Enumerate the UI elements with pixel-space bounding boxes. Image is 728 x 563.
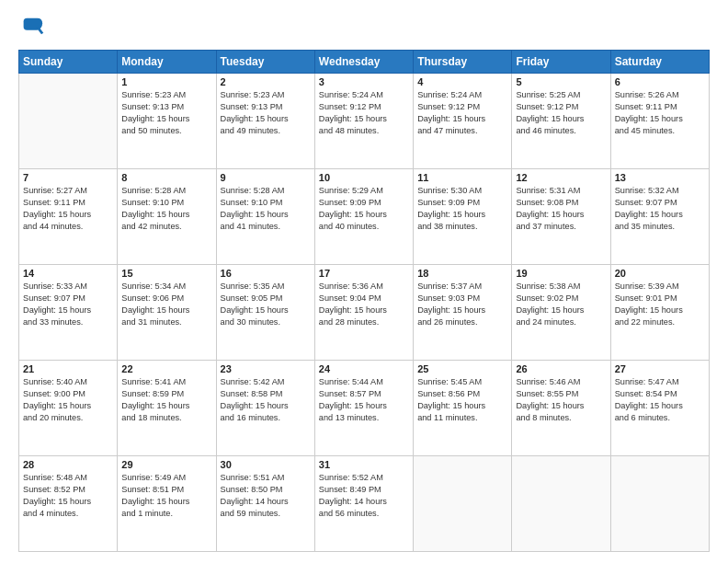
day-info: Sunrise: 5:36 AM Sunset: 9:04 PM Dayligh…: [319, 281, 409, 328]
day-info: Sunrise: 5:24 AM Sunset: 9:12 PM Dayligh…: [417, 89, 507, 137]
day-number: 16: [221, 268, 311, 279]
calendar-week-row: 1Sunrise: 5:23 AM Sunset: 9:13 PM Daylig…: [19, 74, 710, 169]
calendar-cell: 22Sunrise: 5:41 AM Sunset: 8:59 PM Dayli…: [118, 361, 216, 456]
weekday-header-cell: Monday: [118, 51, 216, 74]
calendar-cell: 2Sunrise: 5:23 AM Sunset: 9:13 PM Daylig…: [216, 74, 314, 169]
calendar-cell: 7Sunrise: 5:27 AM Sunset: 9:11 PM Daylig…: [19, 169, 118, 265]
calendar-cell: 20Sunrise: 5:39 AM Sunset: 9:01 PM Dayli…: [610, 265, 709, 361]
day-number: 27: [615, 363, 705, 374]
day-number: 29: [121, 459, 211, 470]
calendar-week-row: 21Sunrise: 5:40 AM Sunset: 9:00 PM Dayli…: [19, 361, 710, 456]
day-info: Sunrise: 5:31 AM Sunset: 9:08 PM Dayligh…: [516, 185, 606, 233]
day-info: Sunrise: 5:39 AM Sunset: 9:01 PM Dayligh…: [615, 281, 705, 328]
day-info: Sunrise: 5:26 AM Sunset: 9:11 PM Dayligh…: [615, 89, 705, 137]
day-info: Sunrise: 5:49 AM Sunset: 8:51 PM Dayligh…: [121, 472, 211, 520]
calendar-week-row: 14Sunrise: 5:33 AM Sunset: 9:07 PM Dayli…: [19, 265, 710, 361]
day-number: 10: [319, 172, 409, 183]
weekday-header-cell: Tuesday: [216, 51, 314, 74]
calendar-cell: 16Sunrise: 5:35 AM Sunset: 9:05 PM Dayli…: [216, 265, 314, 361]
day-number: 23: [221, 363, 311, 374]
day-number: 14: [23, 268, 113, 279]
weekday-header-cell: Thursday: [414, 51, 512, 74]
day-number: 7: [23, 172, 113, 183]
calendar-cell: 17Sunrise: 5:36 AM Sunset: 9:04 PM Dayli…: [314, 265, 413, 361]
day-info: Sunrise: 5:52 AM Sunset: 8:49 PM Dayligh…: [319, 472, 409, 520]
day-info: Sunrise: 5:30 AM Sunset: 9:09 PM Dayligh…: [417, 185, 507, 233]
calendar-cell: 21Sunrise: 5:40 AM Sunset: 9:00 PM Dayli…: [19, 361, 118, 456]
day-info: Sunrise: 5:25 AM Sunset: 9:12 PM Dayligh…: [516, 89, 606, 137]
day-number: 19: [516, 268, 606, 279]
calendar-cell: 27Sunrise: 5:47 AM Sunset: 8:54 PM Dayli…: [610, 361, 709, 456]
calendar-cell: 4Sunrise: 5:24 AM Sunset: 9:12 PM Daylig…: [414, 74, 512, 169]
calendar-cell: 6Sunrise: 5:26 AM Sunset: 9:11 PM Daylig…: [610, 74, 709, 169]
weekday-header-cell: Friday: [512, 51, 610, 74]
day-info: Sunrise: 5:28 AM Sunset: 9:10 PM Dayligh…: [121, 185, 211, 233]
calendar-cell: 15Sunrise: 5:34 AM Sunset: 9:06 PM Dayli…: [118, 265, 216, 361]
day-number: 8: [121, 172, 211, 183]
day-info: Sunrise: 5:32 AM Sunset: 9:07 PM Dayligh…: [615, 185, 705, 233]
day-info: Sunrise: 5:34 AM Sunset: 9:06 PM Dayligh…: [121, 281, 211, 328]
day-number: 26: [516, 363, 606, 374]
calendar-cell: 25Sunrise: 5:45 AM Sunset: 8:56 PM Dayli…: [414, 361, 512, 456]
calendar-cell: 28Sunrise: 5:48 AM Sunset: 8:52 PM Dayli…: [19, 456, 118, 552]
calendar-cell: 18Sunrise: 5:37 AM Sunset: 9:03 PM Dayli…: [414, 265, 512, 361]
day-info: Sunrise: 5:29 AM Sunset: 9:09 PM Dayligh…: [319, 185, 409, 233]
day-number: 20: [615, 268, 705, 279]
calendar-table: SundayMondayTuesdayWednesdayThursdayFrid…: [18, 50, 710, 552]
day-number: 22: [121, 363, 211, 374]
calendar-cell: 29Sunrise: 5:49 AM Sunset: 8:51 PM Dayli…: [118, 456, 216, 552]
calendar-body: 1Sunrise: 5:23 AM Sunset: 9:13 PM Daylig…: [19, 74, 710, 552]
day-number: 18: [417, 268, 507, 279]
logo: [18, 15, 48, 40]
calendar-cell: 5Sunrise: 5:25 AM Sunset: 9:12 PM Daylig…: [512, 74, 610, 169]
calendar-cell: 8Sunrise: 5:28 AM Sunset: 9:10 PM Daylig…: [118, 169, 216, 265]
day-info: Sunrise: 5:27 AM Sunset: 9:11 PM Dayligh…: [23, 185, 113, 233]
calendar-cell: 19Sunrise: 5:38 AM Sunset: 9:02 PM Dayli…: [512, 265, 610, 361]
page: SundayMondayTuesdayWednesdayThursdayFrid…: [0, 0, 728, 563]
calendar-week-row: 28Sunrise: 5:48 AM Sunset: 8:52 PM Dayli…: [19, 456, 710, 552]
calendar-cell: 11Sunrise: 5:30 AM Sunset: 9:09 PM Dayli…: [414, 169, 512, 265]
calendar-cell: 23Sunrise: 5:42 AM Sunset: 8:58 PM Dayli…: [216, 361, 314, 456]
day-number: 9: [221, 172, 311, 183]
day-info: Sunrise: 5:23 AM Sunset: 9:13 PM Dayligh…: [221, 89, 311, 137]
calendar-cell: 31Sunrise: 5:52 AM Sunset: 8:49 PM Dayli…: [314, 456, 413, 552]
weekday-header-cell: Sunday: [19, 51, 118, 74]
day-number: 4: [417, 76, 507, 87]
day-number: 24: [319, 363, 409, 374]
day-number: 13: [615, 172, 705, 183]
day-number: 6: [615, 76, 705, 87]
day-info: Sunrise: 5:37 AM Sunset: 9:03 PM Dayligh…: [417, 281, 507, 328]
calendar-cell: [512, 456, 610, 552]
weekday-header-cell: Saturday: [610, 51, 709, 74]
calendar-cell: 30Sunrise: 5:51 AM Sunset: 8:50 PM Dayli…: [216, 456, 314, 552]
logo-icon: [18, 15, 44, 40]
day-info: Sunrise: 5:44 AM Sunset: 8:57 PM Dayligh…: [319, 376, 409, 424]
calendar-cell: 26Sunrise: 5:46 AM Sunset: 8:55 PM Dayli…: [512, 361, 610, 456]
day-number: 15: [121, 268, 211, 279]
day-number: 30: [221, 459, 311, 470]
day-info: Sunrise: 5:47 AM Sunset: 8:54 PM Dayligh…: [615, 376, 705, 424]
calendar-cell: 14Sunrise: 5:33 AM Sunset: 9:07 PM Dayli…: [19, 265, 118, 361]
day-info: Sunrise: 5:38 AM Sunset: 9:02 PM Dayligh…: [516, 281, 606, 328]
day-number: 21: [23, 363, 113, 374]
day-info: Sunrise: 5:48 AM Sunset: 8:52 PM Dayligh…: [23, 472, 113, 520]
calendar-cell: 24Sunrise: 5:44 AM Sunset: 8:57 PM Dayli…: [314, 361, 413, 456]
calendar-cell: 12Sunrise: 5:31 AM Sunset: 9:08 PM Dayli…: [512, 169, 610, 265]
weekday-header-cell: Wednesday: [314, 51, 413, 74]
day-number: 11: [417, 172, 507, 183]
day-info: Sunrise: 5:42 AM Sunset: 8:58 PM Dayligh…: [221, 376, 311, 424]
day-number: 3: [319, 76, 409, 87]
day-info: Sunrise: 5:23 AM Sunset: 9:13 PM Dayligh…: [121, 89, 211, 137]
day-number: 28: [23, 459, 113, 470]
calendar-cell: 10Sunrise: 5:29 AM Sunset: 9:09 PM Dayli…: [314, 169, 413, 265]
calendar-cell: [414, 456, 512, 552]
day-info: Sunrise: 5:51 AM Sunset: 8:50 PM Dayligh…: [221, 472, 311, 520]
day-info: Sunrise: 5:33 AM Sunset: 9:07 PM Dayligh…: [23, 281, 113, 328]
day-number: 5: [516, 76, 606, 87]
day-number: 17: [319, 268, 409, 279]
day-number: 31: [319, 459, 409, 470]
day-number: 25: [417, 363, 507, 374]
day-info: Sunrise: 5:24 AM Sunset: 9:12 PM Dayligh…: [319, 89, 409, 137]
weekday-header: SundayMondayTuesdayWednesdayThursdayFrid…: [19, 51, 710, 74]
calendar-cell: [19, 74, 118, 169]
